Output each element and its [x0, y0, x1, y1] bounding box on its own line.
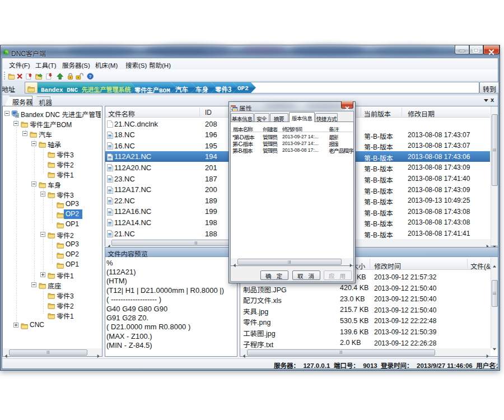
- svg-text:?: ?: [89, 74, 92, 79]
